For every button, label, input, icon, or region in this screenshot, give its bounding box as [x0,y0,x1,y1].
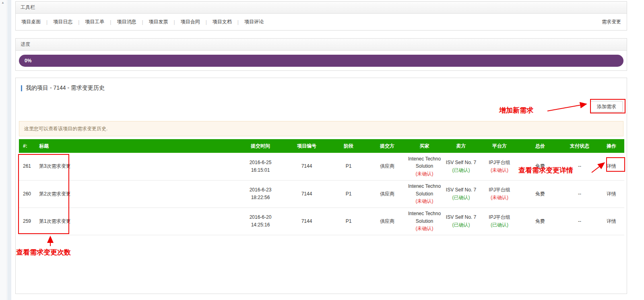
cell-time: 18:22:56 [236,194,285,201]
cell-project-no: 7144 [285,208,329,235]
detail-link[interactable]: 详情 [607,163,616,169]
nav-separator: | [237,19,239,25]
col-submit-time: 提交时间 [236,139,285,153]
cell-project-no: 7144 [285,180,329,208]
nav-project-contract[interactable]: 项目合同 [181,18,200,25]
nav-project-document[interactable]: 项目文档 [213,18,232,25]
cell-action: 详情 [599,153,624,180]
cell-date: 2016-6-20 [236,214,285,221]
annotation-view-count: 查看需求变更次数 [16,248,71,257]
platform-name: IPJ平台组 [479,186,520,194]
nav-project-workorder[interactable]: 项目工单 [85,18,104,25]
nav-project-comment[interactable]: 项目评论 [244,18,264,25]
seller-name: ISV Self No. 7 [443,186,479,194]
cell-id: 260 [19,180,31,208]
col-title: 标题 [31,139,236,153]
cell-title: 第2次需求变更 [31,180,236,208]
seller-name: ISV Self No. 7 [443,159,479,166]
col-phase: 阶段 [329,139,368,153]
info-bar: 这里您可以查看该项目的需求变更历史. [19,121,623,136]
cell-submitter: 供应商 [368,153,406,180]
nav-separator: | [46,19,47,25]
nav-project-desktop[interactable]: 项目桌面 [21,18,41,25]
cell-submit-time: 2016-6-23 18:22:56 [236,180,285,208]
buyer-status: (未确认) [406,197,443,205]
table-row: 259 第1次需求变更 2016-6-20 14:25:16 7144 P1 供… [19,208,624,235]
cell-submit-time: 2016-6-25 16:15:01 [236,153,285,180]
cell-project-no: 7144 [285,153,329,180]
nav-project-message[interactable]: 项目消息 [117,18,136,25]
cell-action: 详情 [599,180,624,208]
nav-separator: | [110,19,111,25]
title-accent-bar [21,85,22,91]
nav-requirement-change[interactable]: 需求变更 [602,18,621,25]
progress-bar: 0% [19,55,623,67]
nav-separator: | [206,19,207,25]
seller-status: (已确认) [443,221,479,229]
cell-submitter: 供应商 [368,208,406,235]
cell-pay-status: -- [561,180,599,208]
cell-submitter: 供应商 [368,180,406,208]
cell-seller: ISV Self No. 7 (已确认) [443,208,479,235]
col-project-no: 项目编号 [285,139,329,153]
cell-title: 第1次需求变更 [31,208,236,235]
page-title-text: 我的项目 - 7144 - 需求变更历史 [26,84,105,92]
cell-action: 详情 [599,208,624,235]
cell-buyer: Intenec Techno Solution (未确认) [406,208,443,235]
detail-link[interactable]: 详情 [607,191,616,197]
cell-phase: P1 [329,153,368,180]
annotation-view-detail: 查看需求变更详情 [518,166,573,175]
col-platform: 平台方 [479,139,520,153]
nav-separator: | [142,19,143,25]
toolbar-nav: 项目桌面 | 项目日志 | 项目工单 | 项目消息 | 项目发票 | 项目合同 … [16,14,627,30]
cell-id: 259 [19,208,31,235]
cell-platform: IPJ平台组 (已确认) [479,208,520,235]
annotation-add-new: 增加新需求 [499,106,533,115]
seller-status: (已确认) [443,166,479,174]
toolbar-nav-links: 项目桌面 | 项目日志 | 项目工单 | 项目消息 | 项目发票 | 项目合同 … [21,18,264,25]
left-side-strip [7,0,11,300]
platform-name: IPJ平台组 [479,159,520,166]
main-panel: 我的项目 - 7144 - 需求变更历史 添加需求 这里您可以查看该项目的需求变… [15,78,627,294]
col-buyer: 买家 [406,139,443,153]
platform-status: (未确认) [479,166,520,174]
cell-submit-time: 2016-6-20 14:25:16 [236,208,285,235]
col-pay-status: 支付状态 [561,139,599,153]
col-action: 操作 [599,139,624,153]
cell-date: 2016-6-25 [236,159,285,166]
cell-price: 免费 [520,208,561,235]
col-total-price: 总价 [520,139,561,153]
progress-panel-header: 进度 [16,39,627,51]
detail-link[interactable]: 详情 [607,218,616,224]
nav-project-log[interactable]: 项目日志 [53,18,72,25]
nav-separator: | [78,19,79,25]
cell-time: 14:25:16 [236,221,285,229]
platform-status: (已确认) [479,221,520,229]
buyer-name: Intenec Techno Solution [406,210,443,225]
table-header-row: #: 标题 提交时间 项目编号 阶段 提交方 买家 卖方 平台方 总价 支付状态… [19,139,624,153]
progress-body: 0% [16,51,627,71]
cell-seller: ISV Self No. 7 (已确认) [443,153,479,180]
table-row: 260 第2次需求变更 2016-6-23 18:22:56 7144 P1 供… [19,180,624,208]
cell-time: 16:15:01 [236,166,285,174]
progress-panel: 进度 0% [15,38,627,71]
vertical-scrollbar[interactable]: ▲ [0,0,7,300]
buyer-name: Intenec Techno Solution [406,155,443,170]
seller-status: (已确认) [443,194,479,201]
cell-seller: ISV Self No. 7 (已确认) [443,180,479,208]
nav-project-invoice[interactable]: 项目发票 [149,18,168,25]
toolbar-panel: 工具栏 项目桌面 | 项目日志 | 项目工单 | 项目消息 | 项目发票 | 项… [15,1,627,31]
scroll-up-arrow-icon[interactable]: ▲ [1,1,4,4]
cell-buyer: Intenec Techno Solution (未确认) [406,153,443,180]
cell-price: 免费 [520,180,561,208]
add-requirement-button[interactable]: 添加需求 [590,101,623,112]
platform-status: (未确认) [479,194,520,201]
requirement-change-table: #: 标题 提交时间 项目编号 阶段 提交方 买家 卖方 平台方 总价 支付状态… [19,139,624,235]
col-seller: 卖方 [443,139,479,153]
cell-phase: P1 [329,180,368,208]
buyer-name: Intenec Techno Solution [406,183,443,197]
platform-name: IPJ平台组 [479,214,520,221]
page: { "toolbar": { "header": "工具栏", "items":… [0,0,644,300]
cell-buyer: Intenec Techno Solution (未确认) [406,180,443,208]
cell-pay-status: -- [561,208,599,235]
